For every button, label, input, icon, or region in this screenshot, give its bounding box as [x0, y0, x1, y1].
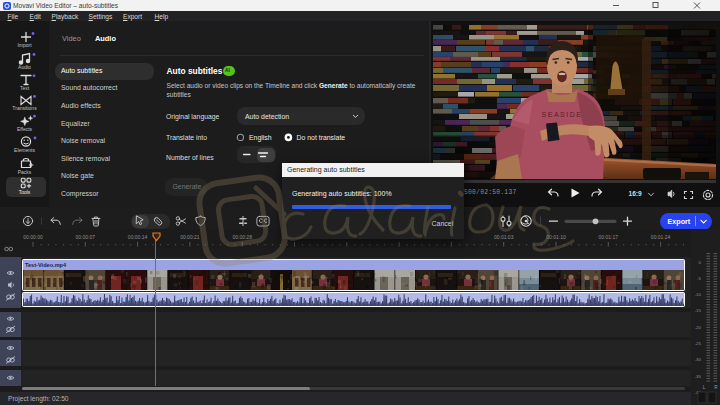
- svg-text:-20: -20: [695, 325, 702, 330]
- svg-text:-35: -35: [695, 374, 702, 379]
- svg-text:-25: -25: [695, 341, 702, 346]
- svg-text:-30: -30: [695, 357, 702, 362]
- svg-text:L: L: [703, 385, 706, 390]
- svg-text:-15: -15: [695, 308, 702, 313]
- svg-text:SEASIDE: SEASIDE: [542, 111, 583, 118]
- svg-text:-5: -5: [697, 276, 701, 281]
- svg-text:-10: -10: [695, 292, 702, 297]
